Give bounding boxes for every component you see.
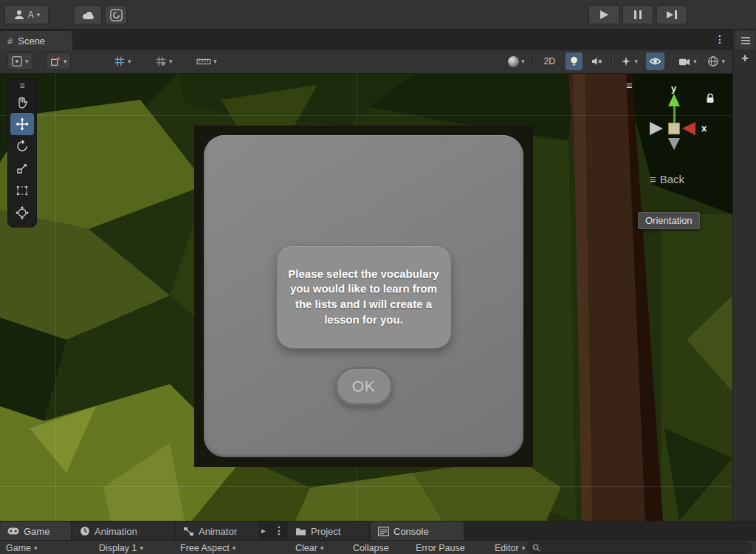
docked-panel-edge: + <box>732 30 756 521</box>
back-overlay-button[interactable]: ≡ Back <box>650 173 684 185</box>
dialog-panel: Please select the vocabulary you would l… <box>204 135 523 457</box>
cloud-icon <box>81 10 95 21</box>
collapse-label: Collapse <box>353 541 389 554</box>
dialog-message-text: Please select the vocabulary you would l… <box>288 267 440 328</box>
ok-button-label: OK <box>352 377 375 395</box>
tab-animator-label: Animator <box>199 526 237 537</box>
console-search-field[interactable] <box>527 542 752 553</box>
tab-scene[interactable]: # Scene <box>0 31 72 50</box>
tab-console[interactable]: Console <box>371 521 464 541</box>
console-search-input[interactable] <box>543 544 735 553</box>
shading-mode-dropdown[interactable]: ▾ <box>505 52 528 70</box>
display-label: Display 1 <box>99 541 137 554</box>
account-dropdown[interactable]: A ▾ <box>4 5 49 24</box>
scene-world-dropdown[interactable]: ▾ <box>704 52 728 70</box>
console-collapse-toggle[interactable]: Collapse <box>353 541 389 554</box>
scene-visibility-button[interactable] <box>646 52 664 70</box>
scene-audio-button[interactable] <box>588 52 606 70</box>
chevron-down-icon: ▾ <box>233 545 236 552</box>
step-button[interactable] <box>656 5 687 24</box>
rotate-icon <box>16 140 29 153</box>
account-initial: A <box>28 10 34 20</box>
scene-menu-button[interactable]: ⋮ <box>715 33 725 45</box>
overlay-drag-handle[interactable]: ≡ <box>8 81 36 91</box>
chevron-down-icon: ▾ <box>63 58 67 65</box>
scene-grid-icon: # <box>7 35 13 47</box>
increment-snap-dropdown[interactable]: ▾ <box>193 52 220 70</box>
orientation-gizmo[interactable]: y x <box>633 84 732 161</box>
console-editor-dropdown[interactable]: Editor ▾ <box>495 541 525 554</box>
clear-label: Clear <box>295 541 317 554</box>
chevron-down-icon: ▾ <box>320 545 324 552</box>
unity-editor-window: A ▾ # Scene ⋮ <box>0 0 756 554</box>
scene-view-options: ▾ 2D ▾ <box>505 52 728 70</box>
scale-tool-button[interactable] <box>10 157 34 179</box>
tab-game-label: Game <box>24 526 49 537</box>
scene-viewport[interactable]: ≡ <box>0 74 732 521</box>
rect-tool-icon <box>16 184 29 197</box>
overlay-menu-handle[interactable]: ≡ <box>626 80 632 92</box>
vocabulary-dialog: Please select the vocabulary you would l… <box>194 126 533 467</box>
tab-animation-label: Animation <box>94 526 137 537</box>
dock-menu-button[interactable]: ⋮ <box>274 524 284 536</box>
tab-project[interactable]: Project <box>288 521 369 541</box>
scene-tab-label: Scene <box>18 35 45 47</box>
scene-toolbar: ▾ ▾ ▾ ▾ ▾ <box>0 50 732 74</box>
tab-animator[interactable]: Animator <box>176 521 258 541</box>
grid-snap-dropdown[interactable]: ▾ <box>152 52 176 70</box>
camera-settings-dropdown[interactable]: ▾ <box>676 52 700 70</box>
gizmo-center-cube[interactable] <box>668 123 680 134</box>
move-tool-button[interactable] <box>10 113 34 135</box>
tab-game[interactable]: Game <box>0 521 71 541</box>
version-control-icon <box>110 9 123 21</box>
axis-y-arrow[interactable] <box>668 94 680 106</box>
axis-x-arrow[interactable] <box>682 122 695 135</box>
effects-dropdown[interactable]: ▾ <box>617 52 641 70</box>
pause-button[interactable] <box>622 5 653 24</box>
tool-settings-dropdown[interactable]: ▾ <box>7 52 32 70</box>
collapsed-panel-tab[interactable] <box>735 31 755 49</box>
hand-icon <box>16 95 29 109</box>
tab-project-label: Project <box>311 526 340 537</box>
chevron-down-icon: ▾ <box>169 58 173 65</box>
orientation-tooltip-label: Orientation <box>645 215 693 226</box>
2d-mode-button[interactable]: 2D <box>538 52 560 70</box>
bottom-toolbar: Game ▾ Display 1 ▾ Free Aspect ▾ Clear ▾… <box>0 540 756 554</box>
ok-button[interactable]: OK <box>335 367 393 406</box>
display-dropdown[interactable]: Display 1 ▾ <box>99 541 143 554</box>
play-button[interactable] <box>588 5 619 24</box>
add-tab-button[interactable]: + <box>733 51 756 66</box>
console-clear-dropdown[interactable]: Clear ▾ <box>295 541 323 554</box>
version-control-button[interactable] <box>105 5 127 24</box>
back-label: Back <box>660 173 684 185</box>
scene-lighting-button[interactable] <box>566 52 583 70</box>
aspect-label: Free Aspect <box>180 541 230 554</box>
menu-icon: ≡ <box>650 173 656 185</box>
rotate-tool-button[interactable] <box>10 135 34 157</box>
console-error-pause-toggle[interactable]: Error Pause <box>416 541 465 554</box>
scene-grid-line <box>55 74 56 521</box>
gizmo-handle-dropdown[interactable]: ▾ <box>46 52 71 70</box>
grid-visibility-dropdown[interactable]: ▾ <box>111 52 134 70</box>
view-hand-tool-button[interactable] <box>10 91 34 113</box>
aspect-dropdown[interactable]: Free Aspect ▾ <box>180 541 236 554</box>
pause-icon <box>634 10 642 19</box>
rect-tool-button[interactable] <box>10 179 34 202</box>
account-icon <box>13 9 25 21</box>
cloud-button[interactable] <box>74 5 102 24</box>
game-view-dropdown[interactable]: Game ▾ <box>6 541 38 554</box>
effects-star-icon <box>620 55 632 67</box>
axis-negx-arrow[interactable] <box>650 122 663 135</box>
axis-negy-arrow[interactable] <box>668 138 680 150</box>
axis-y-stem <box>673 106 676 123</box>
editor-label: Editor <box>495 541 519 554</box>
tab-animation[interactable]: Animation <box>72 521 174 541</box>
separator <box>670 55 670 67</box>
scene-grid-line <box>0 115 732 116</box>
tab-overflow-arrow[interactable]: ▸ <box>261 526 266 536</box>
transform-tool-button[interactable] <box>10 202 34 224</box>
clock-icon <box>80 526 90 536</box>
scene-tab-bar: # Scene ⋮ <box>0 30 756 50</box>
chevron-down-icon: ▾ <box>128 58 131 65</box>
chevron-down-icon: ▾ <box>634 58 638 65</box>
